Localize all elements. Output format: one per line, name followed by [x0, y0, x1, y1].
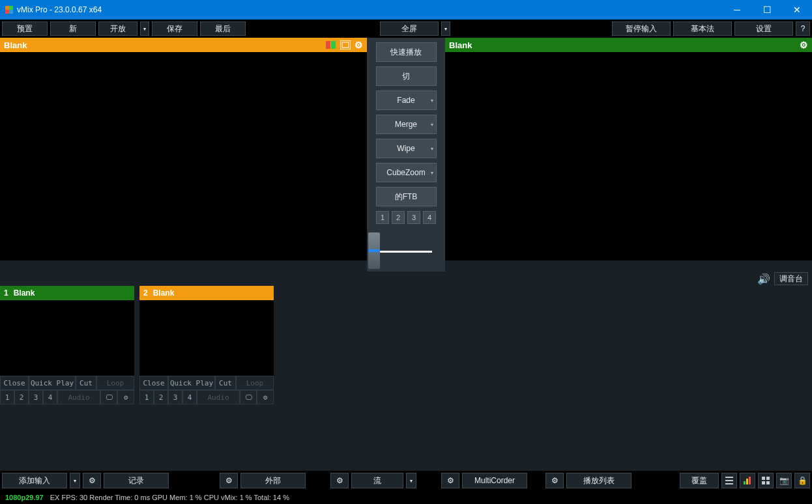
external-button[interactable]: 外部 [240, 473, 306, 488]
input-2-number: 2 [143, 288, 148, 298]
svg-rect-10 [766, 481, 770, 484]
overlay-number-row: 1 2 3 4 [376, 211, 436, 224]
input-1-quickplay[interactable]: Quick Play [29, 376, 76, 390]
speaker-icon[interactable]: 🔊 [757, 273, 770, 285]
input-1-gear-icon[interactable]: ⚙ [117, 390, 134, 404]
grid-view-icon[interactable] [758, 473, 774, 488]
input-1-cut[interactable]: Cut [76, 376, 96, 390]
program-label: Blank [449, 40, 472, 50]
lock-icon[interactable]: 🔒 [794, 473, 810, 488]
overlay-1-button[interactable]: 1 [376, 211, 389, 224]
program-video[interactable] [445, 52, 812, 260]
overlay-button[interactable]: 覆盖 [680, 473, 719, 488]
input-1-close[interactable]: Close [0, 376, 29, 390]
svg-rect-6 [749, 477, 751, 484]
overlay-toggle-icon[interactable] [326, 40, 336, 49]
input-2-thumbnail[interactable] [139, 300, 274, 376]
fade-button[interactable]: Fade▾ [376, 91, 437, 110]
svg-rect-5 [746, 479, 748, 484]
basic-law-button[interactable]: 基本法 [673, 21, 732, 36]
app-logo-icon [5, 6, 13, 14]
input-2-loop[interactable]: Loop [236, 376, 274, 390]
save-button[interactable]: 保存 [152, 21, 197, 36]
input-1-ov2[interactable]: 2 [14, 390, 29, 404]
input-2-preview-icon[interactable]: 🖵 [240, 390, 257, 404]
playlist-gear-icon[interactable]: ⚙ [545, 473, 564, 488]
input-1-audio[interactable]: Audio [57, 390, 100, 404]
stream-button[interactable]: 流 [351, 473, 403, 488]
multicorder-gear-icon[interactable]: ⚙ [441, 473, 459, 488]
input-1-ov1[interactable]: 1 [0, 390, 14, 404]
svg-rect-1 [331, 41, 336, 49]
cut-button[interactable]: 切 [376, 66, 437, 86]
audio-mixer-button[interactable]: 调音台 [774, 272, 808, 285]
snapshot-icon[interactable]: 📷 [776, 473, 792, 488]
input-2-cut[interactable]: Cut [215, 376, 236, 390]
bottom-bar: 添加输入 ▾ ⚙ 记录 ⚙ 外部 ⚙ 流 ▾ ⚙ MultiCorder ⚙ 播… [0, 471, 812, 490]
input-2-audio[interactable]: Audio [197, 390, 240, 404]
ftb-button[interactable]: 的FTB [376, 187, 437, 206]
stream-dropdown[interactable]: ▾ [406, 473, 416, 488]
layout-icon[interactable] [340, 40, 351, 49]
inputs-area: 1 Blank Close Quick Play Cut Loop 1 2 3 … [0, 286, 812, 404]
merge-button[interactable]: Merge▾ [376, 115, 437, 134]
input-1-header[interactable]: 1 Blank [0, 286, 134, 300]
window-title: vMix Pro - 23.0.0.67 x64 [17, 5, 102, 14]
record-gear-icon[interactable]: ⚙ [83, 473, 101, 488]
input-1-label: Blank [14, 288, 35, 298]
pause-input-button[interactable]: 暂停输入 [612, 21, 671, 36]
settings-button[interactable]: 设置 [734, 21, 793, 36]
input-2-quickplay[interactable]: Quick Play [168, 376, 215, 390]
overlay-4-button[interactable]: 4 [423, 211, 436, 224]
input-card-1: 1 Blank Close Quick Play Cut Loop 1 2 3 … [0, 286, 134, 404]
input-1-ov4[interactable]: 4 [43, 390, 57, 404]
vu-meter-icon[interactable] [740, 473, 755, 488]
input-2-header[interactable]: 2 Blank [139, 286, 274, 300]
status-metrics: EX FPS: 30 Render Time: 0 ms GPU Mem: 1 … [50, 494, 289, 501]
preview-panel: Blank ⚙ [0, 38, 367, 272]
t-bar-fader[interactable] [367, 232, 445, 272]
list-view-icon[interactable] [721, 473, 737, 488]
fullscreen-dropdown[interactable]: ▾ [441, 21, 450, 36]
last-button[interactable]: 最后 [200, 21, 246, 36]
cubezoom-button[interactable]: CubeZoom▾ [376, 163, 437, 182]
program-gear-icon[interactable]: ⚙ [800, 40, 808, 50]
add-input-button[interactable]: 添加输入 [2, 473, 67, 488]
svg-rect-7 [762, 477, 765, 480]
help-button[interactable]: ? [796, 21, 810, 36]
multicorder-button[interactable]: MultiCorder [462, 473, 527, 488]
input-2-gear-icon[interactable]: ⚙ [257, 390, 274, 404]
input-2-ov3[interactable]: 3 [168, 390, 182, 404]
input-1-ov3[interactable]: 3 [29, 390, 43, 404]
status-bar: 1080p29.97 EX FPS: 30 Render Time: 0 ms … [0, 490, 812, 504]
wipe-button[interactable]: Wipe▾ [376, 139, 437, 158]
open-dropdown[interactable]: ▾ [140, 21, 149, 36]
external-gear-icon[interactable]: ⚙ [220, 473, 238, 488]
svg-rect-3 [342, 42, 349, 48]
main-toolbar: 预置 新 开放 ▾ 保存 最后 全屏 ▾ 暂停输入 基本法 设置 ? [0, 20, 812, 38]
record-button[interactable]: 记录 [104, 473, 169, 488]
overlay-2-button[interactable]: 2 [392, 211, 405, 224]
input-2-ov1[interactable]: 1 [139, 390, 154, 404]
playlist-button[interactable]: 播放列表 [566, 473, 631, 488]
open-button[interactable]: 开放 [98, 21, 138, 36]
input-1-number: 1 [4, 288, 8, 298]
fullscreen-button[interactable]: 全屏 [380, 21, 439, 36]
input-1-thumbnail[interactable] [0, 300, 134, 376]
maximize-button[interactable]: ☐ [752, 0, 782, 20]
input-2-close[interactable]: Close [139, 376, 168, 390]
input-2-ov2[interactable]: 2 [154, 390, 168, 404]
input-1-preview-icon[interactable]: 🖵 [100, 390, 117, 404]
add-input-dropdown[interactable]: ▾ [70, 473, 80, 488]
stream-gear-icon[interactable]: ⚙ [330, 473, 349, 488]
preview-video[interactable] [0, 52, 367, 260]
new-button[interactable]: 新 [50, 21, 96, 36]
preview-gear-icon[interactable]: ⚙ [355, 40, 363, 50]
input-2-ov4[interactable]: 4 [182, 390, 197, 404]
input-1-loop[interactable]: Loop [96, 376, 134, 390]
close-button[interactable]: ✕ [782, 0, 812, 20]
quickplay-button[interactable]: 快速播放 [376, 42, 437, 62]
overlay-3-button[interactable]: 3 [407, 211, 420, 224]
preset-button[interactable]: 预置 [2, 21, 48, 36]
minimize-button[interactable]: ─ [722, 0, 752, 20]
